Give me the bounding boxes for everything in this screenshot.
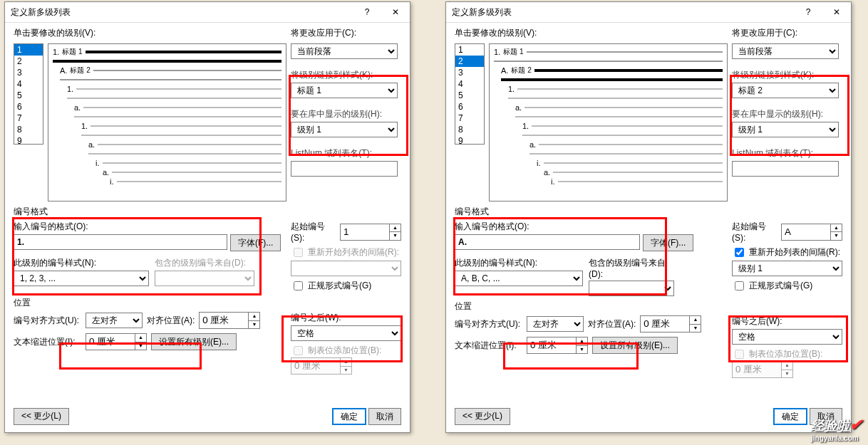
align-pos-label: 对齐位置(A): [147,315,195,327]
align-select[interactable]: 左对齐 [527,316,584,332]
ok-button[interactable]: 确定 [332,408,366,425]
level-item[interactable]: 2 [14,56,43,67]
enter-format-label: 输入编号的格式(O): [455,221,726,233]
indent-spinner[interactable]: ▲▼ [86,333,147,350]
start-at-spinner[interactable]: ▲▼ [781,224,842,241]
after-num-select[interactable]: 空格 [732,329,842,345]
dialog-right: 定义新多级列表 ? ✕ 单击要修改的级别(V): 将更改应用于(C): 1 2 … [445,1,852,433]
align-select[interactable]: 左对齐 [86,313,143,328]
level-item[interactable]: 8 [455,124,484,135]
tab-pos-checkbox [294,346,303,355]
less-button[interactable]: << 更少(L) [455,408,510,425]
enter-format-label: 输入编号的格式(O): [14,221,285,233]
font-button[interactable]: 字体(F)... [643,234,693,251]
level-item[interactable]: 7 [455,112,484,124]
tab-pos-spinner: ▲▼ [732,361,793,378]
show-level-label: 要在库中显示的级别(H): [732,108,842,120]
restart-level-select[interactable]: 级别 1 [732,261,842,276]
click-level-label: 单击要修改的级别(V): [455,27,732,39]
position-group: 位置 [14,297,401,309]
format-input[interactable] [14,234,227,250]
level-item[interactable]: 9 [14,135,43,145]
align-pos-spinner[interactable]: ▲▼ [199,312,260,329]
restart-label: 重新开始列表的间隔(R): [749,246,840,258]
level-item[interactable]: 6 [14,101,43,112]
link-style-label: 将级别链接到样式(K): [732,69,842,81]
titlebar: 定义新多级列表 ? ✕ [5,2,410,23]
include-from-select[interactable] [589,281,674,296]
listnum-label: ListNum 域列表名(T): [291,147,401,159]
num-format-group: 编号格式 [14,206,401,218]
level-item[interactable]: 8 [14,124,43,135]
tab-pos-checkbox [735,350,744,359]
close-button[interactable]: ✕ [381,2,410,22]
num-format-group: 编号格式 [455,206,842,218]
after-num-label: 编号之后(W): [732,315,842,328]
level-item[interactable]: 1 [14,44,43,56]
level-item[interactable]: 2 [455,56,484,67]
after-num-label: 编号之后(W): [291,312,401,324]
style-select[interactable]: A, B, C, ... [455,271,583,286]
show-level-select[interactable]: 级别 1 [732,122,839,137]
listnum-input[interactable] [291,161,398,177]
level-list[interactable]: 1 2 3 4 5 6 7 8 9 [14,43,43,145]
set-all-button[interactable]: 设置所有级别(E)... [151,333,237,350]
level-item[interactable]: 6 [455,101,484,112]
level-item[interactable]: 3 [455,67,484,78]
close-button[interactable]: ✕ [822,2,851,22]
show-level-label: 要在库中显示的级别(H): [291,108,401,120]
apply-to-label: 将更改应用于(C): [291,27,401,39]
formal-label: 正规形式编号(G) [749,280,812,292]
level-item[interactable]: 1 [455,44,484,56]
format-input[interactable] [455,234,640,250]
show-level-select[interactable]: 级别 1 [291,122,398,137]
align-pos-label: 对齐位置(A): [588,318,636,330]
position-group: 位置 [455,300,842,313]
include-from-label: 包含的级别编号来自(D): [155,257,254,269]
restart-checkbox[interactable] [735,248,744,257]
titlebar: 定义新多级列表 ? ✕ [446,2,851,23]
help-button[interactable]: ? [794,2,822,22]
indent-spinner[interactable]: ▲▼ [527,337,588,354]
tab-pos-spinner: ▲▼ [291,357,352,375]
formal-checkbox[interactable] [294,281,303,290]
dialog-title: 定义新多级列表 [5,6,353,19]
apply-to-select[interactable]: 当前段落 [732,43,839,59]
style-label: 此级别的编号样式(N): [14,257,149,269]
link-style-select[interactable]: 标题 1 [291,83,398,98]
set-all-button[interactable]: 设置所有级别(E)... [592,337,678,354]
style-select[interactable]: 1, 2, 3, ... [14,271,149,286]
restart-label: 重新开始列表的间隔(R): [308,246,399,258]
link-style-select[interactable]: 标题 2 [732,83,839,98]
level-item[interactable]: 4 [14,78,43,90]
level-item[interactable]: 9 [455,135,484,145]
ok-button[interactable]: 确定 [773,408,807,425]
align-pos-spinner[interactable]: ▲▼ [640,315,701,333]
listnum-input[interactable] [732,161,839,177]
include-from-select [155,271,254,286]
start-at-label: 起始编号(S): [291,221,337,243]
start-at-spinner[interactable]: ▲▼ [340,224,401,241]
level-item[interactable]: 5 [455,90,484,101]
level-item[interactable]: 4 [455,78,484,90]
formal-checkbox[interactable] [735,281,744,290]
help-button[interactable]: ? [353,2,381,22]
level-item[interactable]: 7 [14,112,43,124]
after-num-select[interactable]: 空格 [291,325,401,341]
apply-to-select[interactable]: 当前段落 [291,43,398,59]
tab-pos-label: 制表位添加位置(B): [749,348,822,360]
formal-label: 正规形式编号(G) [308,280,371,292]
start-at-label: 起始编号(S): [732,221,778,243]
level-list[interactable]: 1 2 3 4 5 6 7 8 9 [455,43,485,145]
font-button[interactable]: 字体(F)... [230,234,281,251]
restart-level-select [291,261,401,276]
apply-to-label: 将更改应用于(C): [732,27,842,39]
level-item[interactable]: 5 [14,90,43,101]
include-from-label: 包含的级别编号来自(D): [589,257,674,279]
less-button[interactable]: << 更少(L) [14,408,69,425]
align-label: 编号对齐方式(U): [455,318,522,330]
preview-box: 1.标题 1 A.标题 2 1. a. 1. a. i. a. i. [489,43,728,201]
dialog-left: 定义新多级列表 ? ✕ 单击要修改的级别(V): 将更改应用于(C): 1 2 … [4,1,410,433]
cancel-button[interactable]: 取消 [368,408,401,425]
level-item[interactable]: 3 [14,67,43,78]
